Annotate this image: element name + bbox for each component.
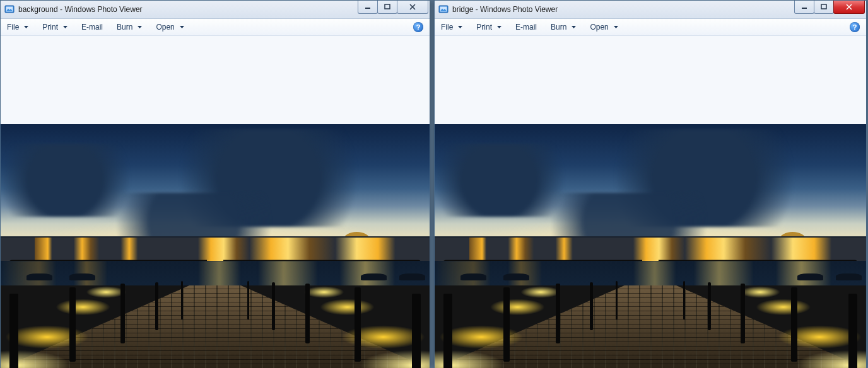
menu-file-label: File xyxy=(7,23,19,32)
menu-file[interactable]: File xyxy=(441,23,462,32)
letterbox-top xyxy=(1,36,430,124)
help-icon: ? xyxy=(853,23,857,31)
menu-print-label: Print xyxy=(42,23,58,32)
maximize-button[interactable] xyxy=(814,1,834,14)
window-controls xyxy=(358,1,428,13)
close-button[interactable] xyxy=(833,1,865,14)
titlebar[interactable]: bridge - Windows Photo Viewer xyxy=(435,1,866,19)
chevron-down-icon xyxy=(24,26,28,28)
app-icon xyxy=(438,4,449,14)
menu-email[interactable]: E-mail xyxy=(81,23,103,32)
window-title: background - Windows Photo Viewer xyxy=(18,5,143,14)
menu-burn[interactable]: Burn xyxy=(117,23,142,32)
menubar: File Print E-mail Burn Open ? xyxy=(1,19,430,36)
help-button[interactable]: ? xyxy=(413,22,423,32)
client-area xyxy=(1,36,430,368)
menu-open-label: Open xyxy=(590,23,608,32)
chevron-down-icon xyxy=(63,26,67,28)
chevron-down-icon xyxy=(180,26,184,28)
menu-print-label: Print xyxy=(476,23,492,32)
chevron-down-icon xyxy=(572,26,576,28)
menu-open-label: Open xyxy=(156,23,174,32)
photo-viewer-window-left: background - Windows Photo Viewer File P… xyxy=(0,0,430,368)
menu-open[interactable]: Open xyxy=(156,23,184,32)
displayed-photo xyxy=(435,124,866,368)
chevron-down-icon xyxy=(138,26,142,28)
minimize-button[interactable] xyxy=(358,1,378,14)
svg-rect-8 xyxy=(802,8,807,9)
maximize-icon xyxy=(384,4,390,10)
menu-burn-label: Burn xyxy=(117,23,132,32)
menu-open[interactable]: Open xyxy=(590,23,618,32)
svg-rect-9 xyxy=(821,4,826,9)
svg-rect-4 xyxy=(385,4,390,9)
app-icon xyxy=(4,4,15,14)
menu-email-label: E-mail xyxy=(81,23,103,32)
svg-rect-3 xyxy=(365,8,370,9)
letterbox-top xyxy=(435,36,866,124)
menu-file-label: File xyxy=(441,23,453,32)
menu-burn[interactable]: Burn xyxy=(551,23,576,32)
minimize-icon xyxy=(801,4,807,10)
maximize-button[interactable] xyxy=(377,1,397,14)
chevron-down-icon xyxy=(458,26,462,28)
minimize-button[interactable] xyxy=(794,1,814,14)
titlebar[interactable]: background - Windows Photo Viewer xyxy=(1,1,430,19)
close-icon xyxy=(846,4,852,10)
menu-email-label: E-mail xyxy=(515,23,537,32)
menu-email[interactable]: E-mail xyxy=(515,23,537,32)
chevron-down-icon xyxy=(497,26,501,28)
window-controls xyxy=(795,1,865,13)
chevron-down-icon xyxy=(614,26,618,28)
minimize-icon xyxy=(365,4,371,10)
help-button[interactable]: ? xyxy=(850,22,860,32)
displayed-photo xyxy=(1,124,430,368)
maximize-icon xyxy=(821,4,827,10)
menu-file[interactable]: File xyxy=(7,23,28,32)
close-button[interactable] xyxy=(397,1,428,14)
menubar: File Print E-mail Burn Open ? xyxy=(435,19,866,36)
photo-viewer-window-right: bridge - Windows Photo Viewer File Print… xyxy=(434,0,867,368)
close-icon xyxy=(409,4,416,10)
window-title: bridge - Windows Photo Viewer xyxy=(452,5,558,14)
menu-burn-label: Burn xyxy=(551,23,566,32)
client-area xyxy=(435,36,866,368)
menu-print[interactable]: Print xyxy=(42,23,67,32)
help-icon: ? xyxy=(416,23,421,31)
menu-print[interactable]: Print xyxy=(476,23,501,32)
